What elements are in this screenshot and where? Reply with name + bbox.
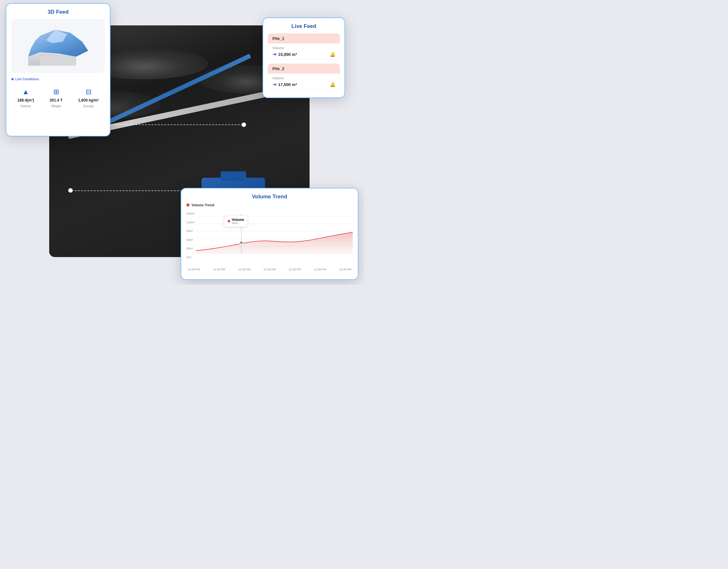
chart-area: Volume Trend 140m³ 110m³ 90m³ 60m³ 30m³ … xyxy=(186,203,353,267)
legend-label: Volume Trend xyxy=(191,203,214,207)
y-label-30: 30m³ xyxy=(186,247,195,250)
metric-volume: ▲ 188.4(m³) Volume xyxy=(17,88,34,108)
chart-legend: Volume Trend xyxy=(186,203,353,207)
pile-2-volume-label: Volume xyxy=(272,76,335,80)
metric-weight-label: Weight xyxy=(51,104,61,108)
metric-density: ⊟ 1,600 kg/m³ Density xyxy=(78,88,99,108)
x-label-7: 12:39 PM xyxy=(339,268,351,271)
x-label-6: 12:39 PM xyxy=(314,268,326,271)
legend-dot xyxy=(186,204,190,207)
export-icon-1[interactable]: ⇥ xyxy=(272,52,276,57)
x-label-5: 12:39 PM xyxy=(289,268,301,271)
bell-icon-2[interactable]: 🔔 xyxy=(330,82,335,87)
pile-1-volume-label: Volume xyxy=(272,46,335,50)
chart-tooltip: Volume 50m³ xyxy=(224,216,247,227)
y-label-60: 60m³ xyxy=(186,238,195,242)
live-indicator-dot xyxy=(11,78,14,80)
metric-volume-value: 188.4(m³) xyxy=(17,98,34,103)
export-icon-2[interactable]: ⇥ xyxy=(272,82,276,87)
tooltip-label: Volume xyxy=(232,218,244,222)
x-label-1: 12:39 PM xyxy=(188,268,200,271)
panel-trend-title: Volume Trend xyxy=(181,189,358,203)
weight-icon: ⊞ xyxy=(53,88,59,96)
metrics-row: ▲ 188.4(m³) Volume ⊞ 301.4 T Weight ⊟ 1,… xyxy=(6,84,110,111)
x-label-3: 12:39 PM xyxy=(238,268,250,271)
x-label-2: 12:39 PM xyxy=(213,268,225,271)
y-label-90: 90m³ xyxy=(186,230,195,233)
panel-3d-title: 3D Feed xyxy=(6,4,110,19)
pile-2-card: Pile_2 Volume ⇥ 17,500 m³ 🔔 xyxy=(268,64,340,90)
live-conditions-label: Live Conditions xyxy=(11,77,105,81)
svg-point-24 xyxy=(240,241,243,244)
pile-1-header: Pile_1 xyxy=(268,34,340,44)
panel-volume-trend: Volume Trend Volume Trend 140m³ 110m³ 90… xyxy=(181,188,358,280)
metric-density-value: 1,600 kg/m³ xyxy=(78,98,99,103)
y-label-110: 110m³ xyxy=(186,221,195,224)
tooltip-value: 50m³ xyxy=(232,222,244,225)
bell-icon-1[interactable]: 🔔 xyxy=(330,52,335,57)
panel-3d-feed: 3D Feed xyxy=(6,3,110,137)
pile-2-volume-row: ⇥ 17,500 m³ 🔔 xyxy=(272,82,335,87)
density-icon: ⊟ xyxy=(86,88,91,96)
panel-live-feed: Live Feed Pile_1 Volume ⇥ 15,000 m³ 🔔 Pi… xyxy=(263,17,345,98)
x-axis-labels: 12:39 PM 12:39 PM 12:39 PM 12:39 PM 12:3… xyxy=(181,268,358,271)
metric-density-label: Density xyxy=(83,104,94,108)
pile-2-header: Pile_2 xyxy=(268,64,340,74)
metric-weight: ⊞ 301.4 T Weight xyxy=(50,88,63,108)
terrain-visualization xyxy=(11,19,105,73)
panel-live-title: Live Feed xyxy=(263,18,344,33)
pile-1-volume-row: ⇥ 15,000 m³ 🔔 xyxy=(272,52,335,57)
x-label-4: 12:39 PM xyxy=(264,268,276,271)
y-label-140: 140m³ xyxy=(186,212,195,215)
metric-weight-value: 301.4 T xyxy=(50,98,63,103)
pile-1-volume-value: ⇥ 15,000 m³ xyxy=(272,52,297,57)
pile-1-card: Pile_1 Volume ⇥ 15,000 m³ 🔔 xyxy=(268,33,340,60)
pile-2-volume-value: ⇥ 17,500 m³ xyxy=(272,82,297,87)
chart-svg xyxy=(196,210,353,260)
volume-icon: ▲ xyxy=(22,88,29,96)
terrain-svg xyxy=(16,22,100,70)
y-label-0: 0m³ xyxy=(186,256,195,259)
metric-volume-label: Volume xyxy=(20,104,31,108)
tooltip-dot xyxy=(228,220,230,223)
